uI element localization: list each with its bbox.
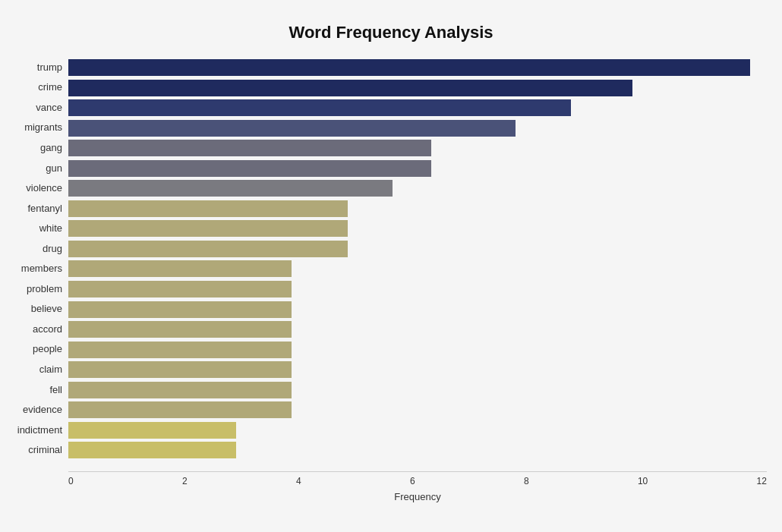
bar-track — [68, 279, 767, 298]
bar-label: violence — [8, 182, 68, 194]
bar-row: accord — [68, 320, 767, 338]
bar-label: fentanyl — [8, 203, 68, 214]
bar-fill — [68, 80, 632, 96]
bar-label: gang — [8, 142, 68, 153]
bar-track — [68, 199, 767, 218]
bar-fill — [68, 401, 292, 418]
bar-label: vance — [8, 102, 68, 113]
x-axis-tick: 8 — [524, 476, 529, 486]
bar-label: white — [8, 222, 68, 234]
bar-row: fentanyl — [68, 199, 767, 218]
bar-row: gun — [68, 159, 767, 178]
bar-fill — [68, 260, 292, 277]
x-axis-tick: 12 — [757, 476, 767, 486]
bar-track — [68, 219, 767, 238]
bar-label: indictment — [8, 424, 68, 436]
bar-row: evidence — [68, 400, 767, 419]
bar-label: crime — [8, 81, 68, 93]
bar-fill — [68, 140, 431, 156]
bar-fill — [68, 442, 236, 458]
bar-fill — [68, 120, 516, 137]
bar-row: vance — [68, 98, 767, 117]
bar-label: claim — [8, 364, 68, 375]
bar-row: believe — [68, 300, 767, 319]
bar-track — [68, 159, 767, 178]
bar-label: drug — [8, 243, 68, 254]
bar-fill — [68, 361, 292, 378]
x-axis-title: Frequency — [68, 491, 767, 502]
bar-fill — [68, 160, 431, 177]
bar-fill — [68, 99, 571, 116]
bar-fill — [68, 342, 292, 358]
bar-label: problem — [8, 283, 68, 294]
bar-track — [68, 58, 767, 77]
bar-track — [68, 440, 767, 459]
bar-fill — [68, 382, 292, 398]
bar-fill — [68, 220, 348, 237]
x-axis-tick: 10 — [638, 476, 648, 486]
bar-track — [68, 420, 767, 439]
bar-row: criminal — [68, 440, 767, 459]
bar-label: evidence — [8, 404, 68, 415]
bar-row: indictment — [68, 420, 767, 439]
bar-fill — [68, 180, 393, 197]
bar-row: violence — [68, 178, 767, 197]
bar-label: members — [8, 263, 68, 274]
bar-fill — [68, 422, 236, 439]
bar-label: fell — [8, 384, 68, 395]
bar-fill — [68, 321, 292, 338]
bar-fill — [68, 59, 750, 76]
x-axis-tick: 2 — [182, 476, 188, 486]
bar-row: trump — [68, 58, 767, 77]
bar-label: migrants — [8, 121, 68, 133]
chart-title: Word Frequency Analysis — [15, 23, 767, 42]
bar-track — [68, 300, 767, 319]
bar-label: criminal — [8, 444, 68, 455]
chart-container: Word Frequency Analysis trumpcrimevancem… — [0, 0, 782, 532]
bar-track — [68, 239, 767, 258]
chart-area: trumpcrimevancemigrantsganggunviolencefe… — [68, 58, 767, 461]
bar-track — [68, 78, 767, 97]
x-axis-labels: 024681012 — [68, 476, 767, 486]
x-axis-line — [68, 471, 767, 472]
bar-row: migrants — [68, 118, 767, 137]
bar-label: people — [8, 343, 68, 354]
bar-label: gun — [8, 162, 68, 174]
bar-row: crime — [68, 78, 767, 97]
bar-fill — [68, 281, 292, 297]
bar-row: people — [68, 340, 767, 359]
bar-label: believe — [8, 303, 68, 314]
bar-row: drug — [68, 239, 767, 258]
bar-track — [68, 98, 767, 117]
bar-track — [68, 360, 767, 379]
bar-fill — [68, 200, 348, 217]
bar-track — [68, 400, 767, 419]
bar-label: accord — [8, 323, 68, 335]
bar-fill — [68, 241, 348, 257]
bar-track — [68, 259, 767, 278]
bar-row: gang — [68, 138, 767, 157]
bar-row: fell — [68, 380, 767, 399]
bar-label: trump — [8, 61, 68, 73]
bar-track — [68, 118, 767, 137]
x-axis: 024681012 Frequency — [68, 471, 767, 494]
bar-row: members — [68, 259, 767, 278]
bar-row: white — [68, 219, 767, 238]
bar-track — [68, 320, 767, 338]
bar-track — [68, 138, 767, 157]
bar-row: problem — [68, 279, 767, 298]
bar-fill — [68, 301, 292, 318]
x-axis-tick: 4 — [296, 476, 301, 486]
bar-track — [68, 340, 767, 359]
x-axis-tick: 0 — [68, 476, 74, 486]
bar-track — [68, 380, 767, 399]
bar-row: claim — [68, 360, 767, 379]
bar-track — [68, 178, 767, 197]
x-axis-tick: 6 — [410, 476, 415, 486]
